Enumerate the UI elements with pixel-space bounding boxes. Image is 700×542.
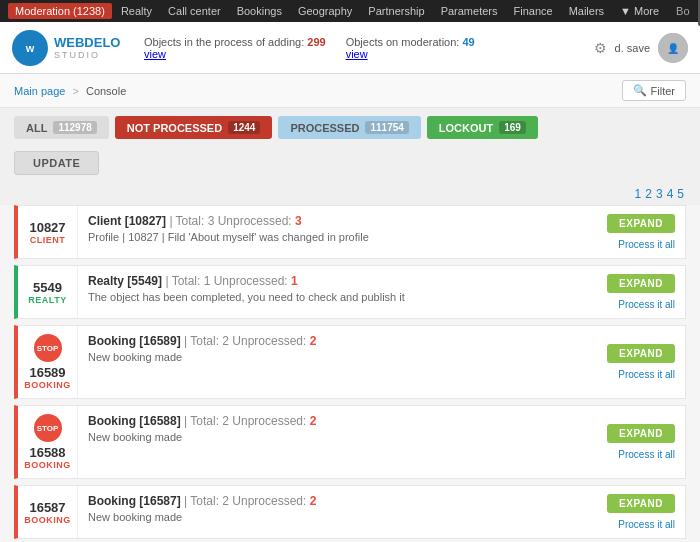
view-adding-link[interactable]: view <box>144 48 166 60</box>
page-2[interactable]: 2 <box>645 187 652 201</box>
item-description: New booking made <box>88 511 565 523</box>
item-title: Booking [16587] | Total: 2 Unprocessed: … <box>88 494 565 508</box>
item-unprocessed-label: Unprocessed: <box>218 214 295 228</box>
item-unprocessed-label: Unprocessed: <box>232 494 309 508</box>
filter-lockout-label: LOCKOUT <box>439 122 493 134</box>
item-content: Booking [16588] | Total: 2 Unprocessed: … <box>78 406 575 478</box>
top-navigation: Moderation (1238) Realty Call center Boo… <box>0 0 700 22</box>
stop-badge: STOP <box>34 414 62 442</box>
process-link[interactable]: Process it all <box>618 239 675 250</box>
breadcrumb-bar: Main page > Console 🔍 Filter <box>0 74 700 108</box>
logo-area: w WEBDELO STUDIO <box>12 30 132 66</box>
process-link[interactable]: Process it all <box>618 369 675 380</box>
gear-icon[interactable]: ⚙ <box>594 40 607 56</box>
item-unprocessed-label: Unprocessed: <box>232 414 309 428</box>
item-left: STOP16589BOOKING <box>18 326 78 398</box>
filter-processed[interactable]: PROCESSED 111754 <box>278 116 420 139</box>
item-description: New booking made <box>88 431 565 443</box>
breadcrumb-separator: > <box>72 85 78 97</box>
item-title-text: Booking [16589] <box>88 334 181 348</box>
page-1[interactable]: 1 <box>635 187 642 201</box>
filter-not-processed[interactable]: NOT PROCESSED 1244 <box>115 116 273 139</box>
breadcrumb-home[interactable]: Main page <box>14 85 65 97</box>
process-link[interactable]: Process it all <box>618 449 675 460</box>
item-type: BOOKING <box>24 515 71 525</box>
process-link[interactable]: Process it all <box>618 519 675 530</box>
page-5[interactable]: 5 <box>677 187 684 201</box>
update-button[interactable]: UPDATE <box>14 151 99 175</box>
item-title-text: Booking [16587] <box>88 494 181 508</box>
filter-all[interactable]: ALL 112978 <box>14 116 109 139</box>
svg-text:w: w <box>25 42 35 54</box>
nav-finance[interactable]: Finance <box>506 3 559 19</box>
item-content: Realty [5549] | Total: 1 Unprocessed: 1 … <box>78 266 575 318</box>
item-title: Booking [16588] | Total: 2 Unprocessed: … <box>88 414 565 428</box>
objects-adding-count: 299 <box>307 36 325 48</box>
breadcrumb: Main page > Console <box>14 85 126 97</box>
item-content: Booking [16587] | Total: 2 Unprocessed: … <box>78 486 575 538</box>
item-unprocessed-label: Unprocessed: <box>214 274 291 288</box>
item-type: BOOKING <box>24 460 71 470</box>
item-id: 5549 <box>33 280 62 295</box>
page-3[interactable]: 3 <box>656 187 663 201</box>
item-title: Realty [5549] | Total: 1 Unprocessed: 1 <box>88 274 565 288</box>
filter-tabs-row: ALL 112978 NOT PROCESSED 1244 PROCESSED … <box>0 108 700 143</box>
item-id: 16589 <box>29 365 65 380</box>
filter-lockout[interactable]: LOCKOUT 169 <box>427 116 538 139</box>
item-right: EXPAND Process it all <box>575 206 685 258</box>
item-right: EXPAND Process it all <box>575 486 685 538</box>
item-total-label: | Total: 2 <box>184 414 232 428</box>
item-content: Booking [16589] | Total: 2 Unprocessed: … <box>78 326 575 398</box>
nav-moderation[interactable]: Moderation (1238) <box>8 3 112 19</box>
item-total-label: | Total: 2 <box>184 334 232 348</box>
expand-button[interactable]: EXPAND <box>607 214 675 233</box>
view-moderation-link[interactable]: view <box>346 48 368 60</box>
avatar: 👤 <box>658 33 688 63</box>
item-right: EXPAND Process it all <box>575 406 685 478</box>
filter-all-count: 112978 <box>53 121 96 134</box>
header-right: ⚙ d. save 👤 <box>594 33 688 63</box>
nav-mailers[interactable]: Mailers <box>562 3 611 19</box>
breadcrumb-current: Console <box>86 85 126 97</box>
item-right: EXPAND Process it all <box>575 266 685 318</box>
item-card: STOP16589BOOKING Booking [16589] | Total… <box>14 325 686 399</box>
item-total-label: | Total: 3 <box>169 214 217 228</box>
item-id: 16588 <box>29 445 65 460</box>
item-card: 10827CLIENT Client [10827] | Total: 3 Un… <box>14 205 686 259</box>
stop-badge: STOP <box>34 334 62 362</box>
item-left: STOP16588BOOKING <box>18 406 78 478</box>
expand-button[interactable]: EXPAND <box>607 424 675 443</box>
item-title-text: Booking [16588] <box>88 414 181 428</box>
item-total-label: | Total: 1 <box>165 274 213 288</box>
nav-right-label: Bo <box>670 5 695 17</box>
nav-parameters[interactable]: Parameters <box>434 3 505 19</box>
objects-moderation-info: Objects on moderation: 49 view <box>346 36 475 60</box>
nav-partnership[interactable]: Partnership <box>361 3 431 19</box>
filter-button[interactable]: 🔍 Filter <box>622 80 686 101</box>
item-type: CLIENT <box>30 235 66 245</box>
process-link[interactable]: Process it all <box>618 299 675 310</box>
search-icon: 🔍 <box>633 84 647 97</box>
item-unprocessed-count: 2 <box>310 414 317 428</box>
item-unprocessed-count: 3 <box>295 214 302 228</box>
filter-processed-label: PROCESSED <box>290 122 359 134</box>
objects-adding-label: Objects in the process of adding: <box>144 36 304 48</box>
nav-bookings[interactable]: Bookings <box>230 3 289 19</box>
objects-adding-info: Objects in the process of adding: 299 vi… <box>144 36 326 60</box>
expand-button[interactable]: EXPAND <box>607 274 675 293</box>
header-bar: w WEBDELO STUDIO Objects in the process … <box>0 22 700 74</box>
user-name: d. save <box>615 42 650 54</box>
expand-button[interactable]: EXPAND <box>607 344 675 363</box>
item-description: New booking made <box>88 351 565 363</box>
item-left: 5549REALTY <box>18 266 78 318</box>
nav-geography[interactable]: Geography <box>291 3 359 19</box>
item-title-text: Client [10827] <box>88 214 166 228</box>
item-card: 5549REALTY Realty [5549] | Total: 1 Unpr… <box>14 265 686 319</box>
page-4[interactable]: 4 <box>667 187 674 201</box>
nav-more[interactable]: ▼ More <box>613 3 666 19</box>
logo-text-block: WEBDELO STUDIO <box>54 35 120 61</box>
nav-callcenter[interactable]: Call center <box>161 3 228 19</box>
nav-realty[interactable]: Realty <box>114 3 159 19</box>
expand-button[interactable]: EXPAND <box>607 494 675 513</box>
item-unprocessed-label: Unprocessed: <box>232 334 309 348</box>
